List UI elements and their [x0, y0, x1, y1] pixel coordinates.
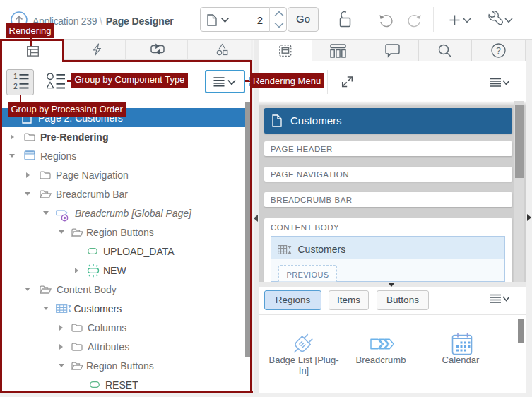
svg-text:1: 1 [13, 72, 18, 81]
svg-text:2: 2 [13, 82, 18, 90]
svg-text:?: ? [496, 46, 501, 56]
